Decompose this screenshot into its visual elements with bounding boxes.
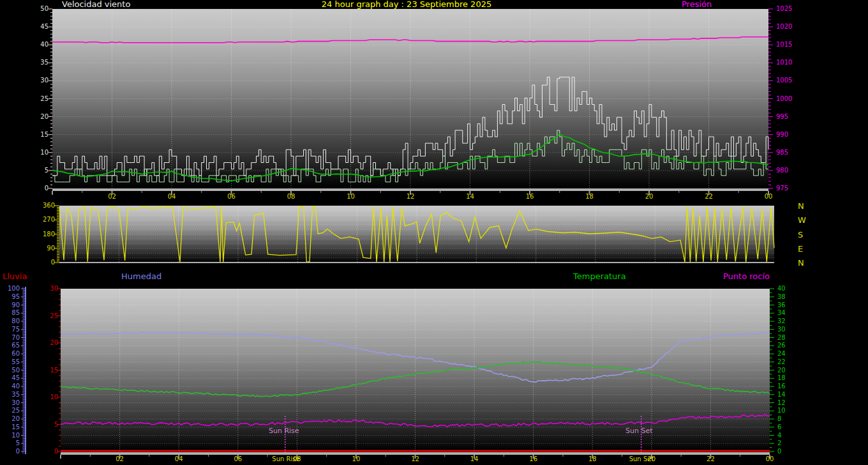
- temperature-title: Temperatura: [573, 272, 626, 280]
- pressure-title: Presión: [682, 0, 712, 8]
- series-line: [61, 332, 770, 383]
- wind-speed-title: Velocidad viento: [62, 0, 130, 8]
- page-title: 24 hour graph day : 23 Septiembre 2025: [279, 0, 534, 8]
- weather-graph-page: Velocidad viento 24 hour graph day : 23 …: [0, 0, 868, 465]
- chart-canvas: [0, 0, 868, 465]
- dew-point-title: Punto rocío: [723, 272, 770, 280]
- rain-title: Lluvia: [3, 272, 27, 280]
- humidity-title: Humedad: [121, 272, 161, 280]
